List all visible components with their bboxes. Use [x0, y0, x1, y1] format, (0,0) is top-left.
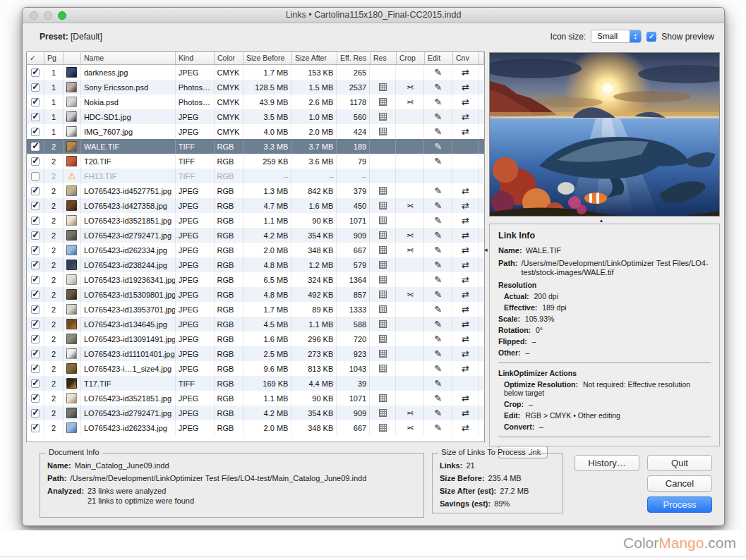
table-row[interactable]: 1IMG_7607.jpgJPEGCMYK4.0 MB2.0 MB424✎⇄ [27, 124, 484, 139]
row-checkbox[interactable] [31, 128, 40, 136]
row-checkbox[interactable] [31, 320, 40, 329]
link-thumbnail [66, 111, 77, 122]
convert-icon: ⇄ [462, 363, 469, 374]
column-header[interactable]: Cnv [453, 52, 479, 64]
show-preview-checkbox[interactable]: ✓ [646, 32, 656, 42]
table-row[interactable]: 2T17.TIFTIFFRGB169 KB4.4 MB39✎ [27, 376, 484, 391]
links-table[interactable]: ✓PgNameKindColorSize BeforeSize AfterEff… [26, 51, 485, 442]
table-row[interactable]: 2T20.TIFTIFFRGB259 KB3.6 MB79✎ [27, 154, 484, 169]
table-row[interactable]: 2LO765423-id262334.jpgJPEGRGB2.0 MB348 K… [27, 420, 484, 435]
column-header[interactable]: Kind [176, 52, 215, 64]
preset-value[interactable]: [Default] [71, 32, 102, 42]
convert-icon: ⇄ [462, 319, 469, 329]
table-row[interactable]: 2LO765423-id11101401.jpgJPEGRGB2.5 MB273… [27, 346, 484, 361]
table-row[interactable]: 2LO765423-id19236341.jpgJPEGRGB6.5 MB324… [27, 272, 484, 287]
edit-icon: ✎ [434, 304, 442, 315]
edit-icon: ✎ [434, 200, 442, 211]
title-bar[interactable]: Links • Cartolina115x180_Final-CC2015.in… [23, 8, 724, 23]
column-header[interactable]: Crop [397, 52, 425, 64]
row-checkbox[interactable] [31, 291, 40, 299]
preset-label: Preset: [40, 32, 68, 42]
table-row[interactable]: 2LO765423-id3521851.jpgJPEGRGB1.1 MB90 K… [27, 213, 484, 228]
table-row[interactable]: 2LO765423-id2792471.jpgJPEGRGB4.2 MB354 … [27, 406, 484, 420]
other-label: Other: [498, 348, 521, 357]
column-header[interactable]: Res [371, 52, 397, 64]
column-header[interactable] [64, 52, 81, 64]
table-row[interactable]: 2WALE.TIFTIFFRGB3.3 MB3.7 MB189✎ [27, 139, 484, 154]
column-header[interactable]: Size Before [243, 52, 292, 64]
table-row[interactable]: 2LO765423-id4527751.jpgJPEGRGB1.3 MB842 … [27, 183, 484, 198]
row-checkbox[interactable] [31, 379, 40, 388]
row-checkbox[interactable] [31, 98, 40, 106]
table-header[interactable]: ✓PgNameKindColorSize BeforeSize AfterEff… [27, 52, 484, 65]
column-header[interactable]: Eff. Res [337, 52, 371, 64]
link-thumbnail [66, 319, 77, 329]
column-header[interactable]: Name [81, 52, 176, 64]
row-checkbox[interactable] [31, 113, 40, 121]
resolution-icon [379, 113, 387, 121]
cancel-button[interactable]: Cancel [647, 475, 712, 492]
row-checkbox[interactable] [31, 68, 40, 77]
row-checkbox[interactable] [31, 276, 40, 284]
column-header[interactable]: Edit [425, 52, 453, 64]
table-row[interactable]: 2LO765423-id15309801.jpgJPEGRGB4.8 MB492… [27, 287, 484, 302]
link-thumbnail [66, 393, 77, 403]
convert-icon: ⇄ [462, 82, 469, 92]
row-checkbox[interactable] [31, 305, 40, 314]
resolution-icon [379, 98, 387, 106]
row-checkbox[interactable] [31, 231, 40, 240]
table-row[interactable]: 1Nokia.psdPhotos…CMYK43.9 MB2.6 MB1178✂✎… [27, 95, 484, 109]
table-row[interactable]: 2LO765423-id262334.jpgJPEGRGB2.0 MB348 K… [27, 243, 484, 257]
convert-icon: ⇄ [462, 274, 469, 285]
table-row[interactable]: 1HDC-SD1.jpgJPEGCMYK3.5 MB1.0 MB560✎⇄ [27, 109, 484, 124]
row-checkbox[interactable] [31, 350, 40, 358]
table-row[interactable]: 2LO765423-id427358.jpgJPEGRGB4.7 MB1.6 M… [27, 198, 484, 213]
link-thumbnail [66, 215, 77, 226]
row-checkbox[interactable] [31, 365, 40, 373]
resolution-icon [379, 335, 387, 343]
row-checkbox[interactable] [31, 202, 40, 210]
table-row[interactable]: 2LO765423-i…1_size4.jpgJPEGRGB9.6 MB813 … [27, 361, 484, 376]
row-checkbox[interactable] [31, 246, 40, 255]
column-header[interactable]: Size After [292, 52, 337, 64]
link-thumbnail [66, 260, 77, 270]
link-thumbnail [66, 422, 77, 433]
resolution-icon [379, 424, 387, 432]
row-checkbox[interactable] [31, 83, 40, 92]
column-header[interactable]: Pg [44, 52, 64, 64]
row-checkbox[interactable] [31, 142, 40, 151]
table-row[interactable]: 1darkness.jpgJPEGCMYK1.7 MB153 KB265✎⇄ [27, 65, 484, 80]
icon-size-select[interactable]: Small ▲▼ [591, 30, 642, 43]
size-before-value: 235.4 MB [488, 473, 522, 483]
column-header[interactable]: Color [215, 52, 243, 64]
row-checkbox[interactable] [31, 394, 40, 403]
row-checkbox[interactable] [31, 157, 40, 166]
rotation-value: 0° [536, 326, 543, 334]
table-row[interactable]: 1Sony Ericsson.psdPhotos…CMYK128.5 MB1.5… [27, 80, 484, 95]
row-checkbox[interactable] [31, 424, 40, 432]
splitter-handle-horizontal[interactable]: ◂ [484, 246, 488, 253]
process-button[interactable]: Process [647, 497, 712, 513]
row-checkbox[interactable] [31, 335, 40, 343]
table-row[interactable]: 2⚠FH13.TIFTIFFRGB––– [27, 169, 484, 183]
actual-label: Actual: [504, 292, 529, 300]
table-row[interactable]: 2LO765423-id3521851.jpgJPEGRGB1.1 MB90 K… [27, 391, 484, 406]
row-checkbox[interactable] [31, 409, 40, 418]
preview-image [489, 52, 720, 217]
table-row[interactable]: 2LO765423-id238244.jpgJPEGRGB4.8 MB1.2 M… [27, 257, 484, 272]
row-checkbox[interactable] [31, 187, 40, 195]
column-header[interactable]: ✓ [27, 52, 44, 64]
row-checkbox[interactable] [31, 217, 40, 225]
edit-icon: ✎ [434, 245, 442, 255]
toolbar: Preset: [Default] Icon size: Small ▲▼ ✓ … [23, 23, 724, 51]
history-button[interactable]: History… [574, 455, 639, 471]
table-row[interactable]: 2LO765423-id134645.jpgJPEGRGB4.5 MB1.1 M… [27, 317, 484, 331]
table-row[interactable]: 2LO765423-id13091491.jpgJPEGRGB1.6 MB296… [27, 331, 484, 346]
convert-icon: ⇄ [462, 111, 469, 122]
row-checkbox[interactable] [31, 172, 40, 181]
splitter-handle-vertical[interactable]: ▴ [600, 218, 603, 224]
table-row[interactable]: 2LO765423-id2792471.jpgJPEGRGB4.2 MB354 … [27, 228, 484, 243]
table-row[interactable]: 2LO765423-id13953701.jpgJPEGRGB1.7 MB89 … [27, 302, 484, 317]
quit-button[interactable]: Quit [647, 455, 712, 471]
row-checkbox[interactable] [31, 261, 40, 269]
